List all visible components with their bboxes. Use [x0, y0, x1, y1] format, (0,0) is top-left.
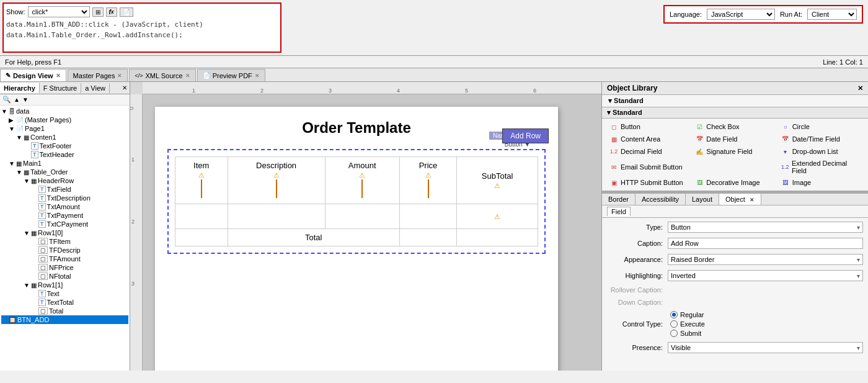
obj-item-datetime-field[interactable]: 📅 Date/Time Field [779, 133, 863, 145]
obj-item-dropdown-list[interactable]: ▾ Drop-down List [779, 146, 863, 157]
arrow-down-icon[interactable]: ▼ [22, 96, 29, 103]
preview-pdf-icon: 📄 [203, 72, 210, 79]
run-at-dropdown[interactable]: Client [807, 9, 857, 20]
tree-item-textfooter[interactable]: T TextFooter [1, 142, 128, 150]
tree-icon: 🗄 [9, 108, 15, 115]
hierarchy-panel-close[interactable]: ✕ [120, 83, 130, 92]
tab-f-structure[interactable]: F Structure [40, 83, 81, 93]
tab-master-pages[interactable]: Master Pages ✕ [68, 69, 128, 81]
obj-item-email-submit[interactable]: ✉ Email Submit Button [607, 158, 691, 176]
tab-design-view[interactable]: ✎ Design View ✕ [0, 69, 66, 81]
tab-object-close[interactable]: ✕ [750, 197, 755, 203]
highlighting-value[interactable]: Inverted ▾ [668, 270, 863, 281]
tree-item-txtamount[interactable]: T TxtAmount [1, 202, 128, 211]
tree-item-text[interactable]: T Text [1, 289, 128, 298]
tab-hierarchy[interactable]: Hierarchy [0, 83, 40, 93]
tab-master-pages-close[interactable]: ✕ [117, 73, 122, 79]
tree-item-conten1[interactable]: ▼ ▦ Conten1 [1, 133, 128, 142]
tree-item-texttotal[interactable]: T TextTotal [1, 298, 128, 307]
tree-item-row1-1[interactable]: ▼ ▦ Row1[1] [1, 281, 128, 289]
radio-execute[interactable]: Execute [670, 320, 705, 328]
filter-btn[interactable]: ▾ Standard [606, 96, 646, 106]
tree-item-textheader[interactable]: T TextHeader [1, 150, 128, 159]
type-value[interactable]: Button ▾ [668, 222, 863, 233]
tree-item-tfamount[interactable]: ▢ TFAmount [1, 255, 128, 263]
tab-xml-source[interactable]: </> XML Source ✕ [129, 69, 195, 81]
tab-preview-pdf[interactable]: 📄 Preview PDF ✕ [197, 69, 265, 81]
type-text: Button [671, 223, 691, 231]
ruler-tick-2: 2 [260, 88, 264, 94]
obj-item-button[interactable]: ◻ Button [607, 121, 691, 132]
obj-item-date-field[interactable]: 📅 Date Field [693, 133, 777, 145]
tree-label: NFtotal [49, 273, 71, 280]
tab-preview-pdf-close[interactable]: ✕ [255, 73, 260, 79]
tab-design-view-close[interactable]: ✕ [56, 73, 61, 79]
appearance-value[interactable]: Raised Border ▾ [668, 254, 863, 265]
tree-icon: ▦ [31, 282, 37, 289]
tree-arrow: ▼ [24, 282, 31, 289]
datetime-field-label: Date/Time Field [792, 135, 840, 143]
tree-item-tfitem[interactable]: ▢ TFItem [1, 237, 128, 246]
tree-item-headerrow[interactable]: ▼ ▦ HeaderRow [1, 176, 128, 185]
circle-icon: ○ [781, 122, 790, 131]
obj-item-checkbox[interactable]: ☑ Check Box [693, 121, 777, 132]
tree-item-total[interactable]: ▢ Total [1, 307, 128, 315]
tree-item-main1[interactable]: ▼ ▦ Main1 [1, 159, 128, 168]
control-type-label: Control Type: [607, 320, 663, 328]
tree-icon: 📄 [16, 125, 24, 132]
tree-item-tfdescrip[interactable]: ▢ TFDescrip [1, 246, 128, 255]
radio-submit[interactable]: Submit [670, 330, 705, 337]
tree-item-master-pages[interactable]: ▶ 📄 (Master Pages) [1, 115, 128, 124]
obj-item-image[interactable]: 🖼 Image [779, 177, 863, 188]
presence-value[interactable]: Visible ▾ [668, 342, 863, 353]
obj-item-circle[interactable]: ○ Circle [779, 121, 863, 132]
tree-item-page1[interactable]: ▼ 📄 Page1 [1, 124, 128, 133]
code-line-1: data.Main1.BTN_ADD::click - (JavaScript,… [6, 20, 278, 30]
obj-item-content-area[interactable]: ▦ Content Area [607, 133, 691, 145]
data-cell-desc [228, 204, 325, 229]
field-tab-field[interactable]: Field [607, 207, 631, 216]
tree-item-txtdescription[interactable]: T TxtDescription [1, 194, 128, 202]
tree-item-txtfield[interactable]: T TxtField [1, 185, 128, 194]
tree-item-nftotal[interactable]: ▢ NFtotal [1, 272, 128, 281]
tree-item-txtcpayment[interactable]: T TxtCPayment [1, 220, 128, 228]
run-at-label: Run At: [780, 11, 802, 18]
prop-row-highlighting: Highlighting: Inverted ▾ [607, 270, 863, 281]
tree-item-table-order[interactable]: ▼ ▦ Table_Order [1, 168, 128, 176]
caption-input[interactable] [668, 238, 863, 249]
tab-accessibility[interactable]: Accessibility [636, 194, 686, 205]
tab-border[interactable]: Border [602, 194, 636, 205]
tree-item-btn-add[interactable]: 🔲 BTN_ADD [1, 315, 128, 324]
fn-btn[interactable]: fx [106, 7, 117, 17]
tree-item-row1-0[interactable]: ▼ ▦ Row1[0] [1, 228, 128, 237]
ruler-corner [130, 82, 143, 94]
tree-area: ▼ 🗄 data ▶ 📄 (Master Pages) ▼ 📄 Page1 ▼ … [0, 106, 130, 371]
tree-label: Main1 [23, 160, 42, 167]
show-dropdown[interactable]: click* [28, 6, 90, 17]
tab-object[interactable]: Object ✕ [719, 194, 761, 205]
tree-icon: T [38, 290, 46, 297]
tree-arrow: ▼ [9, 125, 16, 132]
tab-a-view[interactable]: a View [81, 83, 110, 93]
object-library-close[interactable]: ✕ [857, 84, 863, 92]
total-empty-2 [399, 229, 456, 246]
tree-label: Text [47, 290, 60, 297]
date-field-label: Date Field [706, 135, 737, 143]
language-dropdown[interactable]: JavaScript [707, 9, 775, 20]
radio-regular[interactable]: Regular [670, 311, 705, 318]
http-submit-label: HTTP Submit Button [621, 179, 683, 186]
obj-item-signature-field[interactable]: ✍ Signature Field [693, 146, 777, 157]
tab-layout[interactable]: Layout [686, 194, 719, 205]
obj-item-decimal-field[interactable]: 1.2 Decimal Field [607, 146, 691, 157]
tab-xml-source-close[interactable]: ✕ [185, 73, 190, 79]
image-btn[interactable]: ⊞ [92, 7, 104, 17]
doc-btn[interactable]: 📄 [120, 7, 133, 17]
tree-item-nfprice[interactable]: ▢ NFPrice [1, 263, 128, 272]
obj-item-http-submit[interactable]: ▣ HTTP Submit Button [607, 177, 691, 188]
tree-item-txtpayment[interactable]: T TxtPayment [1, 211, 128, 220]
tree-item-data[interactable]: ▼ 🗄 data [1, 107, 128, 115]
arrow-up-icon[interactable]: ▲ [14, 96, 20, 103]
obj-item-decorative-image[interactable]: 🖼 Decorative Image [693, 177, 777, 188]
add-row-button[interactable]: Add Row [502, 128, 549, 143]
obj-item-ext-decimal[interactable]: 1.2 Extended Decimal Field [779, 158, 863, 176]
